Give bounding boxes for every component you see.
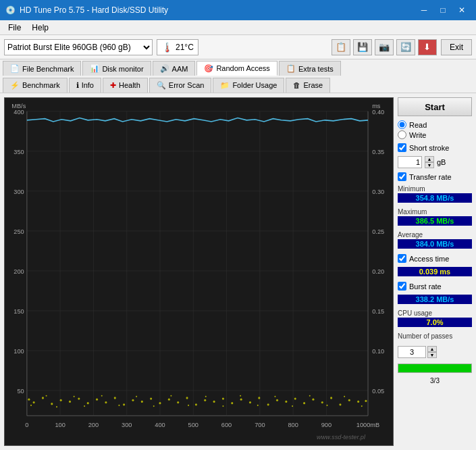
passes-label: Number of passes (398, 332, 472, 340)
svg-point-68 (186, 397, 188, 399)
info-icon: ℹ (76, 81, 79, 90)
tab-health[interactable]: ✚ Health (103, 78, 148, 93)
minimum-value: 354.8 MB/s (398, 193, 472, 203)
random-access-icon: 🎯 (204, 64, 213, 73)
svg-text:700: 700 (255, 420, 265, 428)
toolbar-icon-5[interactable]: ⬇ (418, 39, 437, 55)
svg-text:900: 900 (321, 420, 332, 428)
svg-point-82 (312, 399, 314, 401)
progress-bar-container (398, 364, 472, 373)
file-benchmark-icon: 📄 (10, 64, 20, 73)
health-icon: ✚ (110, 81, 116, 90)
menu-file[interactable]: File (3, 22, 26, 34)
svg-point-69 (195, 403, 197, 405)
tab-erase[interactable]: 🗑 Erase (286, 78, 330, 93)
svg-point-104 (274, 396, 275, 397)
svg-text:100: 100 (14, 347, 24, 355)
stroke-up-button[interactable]: ▲ (425, 156, 434, 162)
svg-text:350: 350 (14, 148, 24, 155)
svg-point-60 (114, 397, 116, 399)
tab-error-scan[interactable]: 🔍 Error Scan (149, 78, 212, 93)
svg-point-107 (326, 405, 327, 406)
svg-point-106 (309, 395, 311, 397)
svg-text:0.20: 0.20 (372, 268, 384, 275)
disk-monitor-icon: 📊 (90, 64, 99, 73)
cpu-usage-label: CPU usage (398, 309, 472, 317)
minimize-button[interactable]: ─ (415, 3, 433, 17)
svg-point-97 (153, 405, 155, 407)
svg-point-103 (257, 405, 259, 406)
error-scan-icon: 🔍 (157, 81, 166, 90)
disk-select[interactable]: Patriot Burst Elite 960GB (960 gB) (4, 39, 153, 55)
svg-point-81 (303, 402, 305, 404)
svg-point-64 (150, 397, 152, 399)
right-panel: Start Read Write Short stroke 1 ▲ ▼ gB (398, 97, 472, 446)
write-radio[interactable]: Write (398, 130, 472, 139)
svg-point-67 (177, 401, 179, 403)
average-block: Average 384.0 MB/s (398, 231, 472, 249)
tab-disk-monitor[interactable]: 📊 Disk monitor (82, 61, 151, 76)
stroke-down-button[interactable]: ▼ (425, 162, 434, 168)
burst-rate-checkbox[interactable]: Burst rate (398, 282, 472, 291)
maximize-button[interactable]: □ (434, 3, 452, 17)
close-button[interactable]: ✕ (453, 3, 471, 17)
main-content: 400 350 300 250 200 150 100 50 MB/s 0.40… (0, 93, 476, 450)
svg-point-88 (365, 400, 367, 402)
menu-help[interactable]: Help (26, 22, 54, 34)
tab-random-access[interactable]: 🎯 Random Access (196, 61, 277, 76)
transfer-rate-checkbox[interactable]: Transfer rate (398, 172, 472, 181)
tab-extra-tests[interactable]: 📋 Extra tests (279, 61, 341, 76)
tab-aam[interactable]: 🔊 AAM (153, 61, 196, 76)
svg-rect-0 (5, 98, 393, 445)
svg-point-71 (213, 401, 215, 403)
minimum-block: Minimum 354.8 MB/s (398, 185, 472, 203)
extra-tests-icon: 📋 (286, 64, 296, 73)
toolbar-icon-2[interactable]: 💾 (353, 39, 372, 55)
toolbar-icon-3[interactable]: 📷 (375, 39, 394, 55)
svg-point-78 (276, 399, 278, 401)
read-radio[interactable]: Read (398, 120, 472, 129)
svg-point-58 (96, 399, 98, 401)
svg-point-95 (118, 405, 120, 406)
svg-point-86 (348, 399, 350, 401)
access-time-checkbox[interactable]: Access time (398, 254, 472, 263)
toolbar-icon-1[interactable]: 📋 (332, 39, 350, 55)
svg-point-92 (74, 396, 75, 397)
burst-rate-value: 338.2 MB/s (398, 295, 472, 304)
passes-input[interactable]: 3 (398, 346, 426, 358)
svg-point-93 (84, 405, 85, 407)
short-stroke-checkbox[interactable]: Short stroke (398, 143, 472, 152)
passes-input-row: 3 ▲ ▼ (398, 346, 472, 358)
passes-down-button[interactable]: ▼ (427, 352, 437, 358)
svg-point-63 (141, 401, 143, 403)
passes-up-button[interactable]: ▲ (427, 346, 437, 352)
svg-point-100 (205, 396, 207, 397)
tab-file-benchmark[interactable]: 📄 File Benchmark (3, 61, 81, 76)
svg-point-99 (188, 405, 189, 406)
svg-point-77 (267, 403, 269, 405)
svg-point-53 (51, 403, 53, 405)
svg-text:0.15: 0.15 (372, 307, 384, 315)
toolbar-icon-4[interactable]: 🔄 (396, 39, 415, 55)
svg-point-84 (330, 397, 332, 399)
thermometer-icon: 🌡️ (161, 42, 173, 53)
svg-text:600: 600 (221, 420, 232, 428)
svg-point-51 (33, 401, 35, 403)
short-stroke-input[interactable]: 1 (398, 156, 422, 168)
start-button[interactable]: Start (398, 97, 472, 116)
exit-button[interactable]: Exit (441, 39, 472, 55)
tab-benchmark[interactable]: ⚡ Benchmark (3, 78, 68, 93)
app-icon: 💿 (5, 5, 16, 15)
svg-text:200: 200 (14, 268, 24, 275)
svg-text:250: 250 (14, 228, 24, 235)
svg-point-55 (69, 401, 71, 403)
svg-point-102 (240, 395, 241, 397)
svg-point-59 (105, 401, 107, 403)
svg-point-56 (78, 397, 80, 399)
tab-info[interactable]: ℹ Info (69, 78, 101, 93)
svg-text:0.05: 0.05 (372, 387, 384, 395)
aam-icon: 🔊 (160, 64, 169, 73)
svg-point-101 (222, 405, 223, 407)
tab-folder-usage[interactable]: 📁 Folder Usage (213, 78, 284, 93)
burst-rate-block: 338.2 MB/s (398, 295, 472, 304)
